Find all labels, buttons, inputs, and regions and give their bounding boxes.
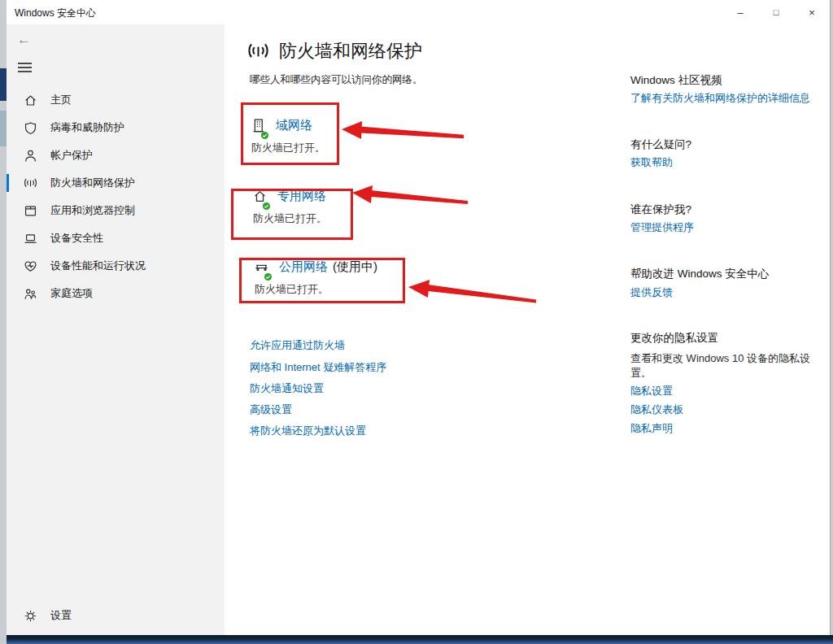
sidebar: ← 主页 病毒和威胁防护 帐户保护 防火墙和网络保护 应用和浏览器控制 (7, 24, 225, 635)
sidebar-item-label: 家庭选项 (50, 286, 93, 301)
aside-heading-who-protects-me: 谁在保护我? (630, 202, 691, 217)
link-allow-app-through-firewall[interactable]: 允许应用通过防火墙 (250, 338, 345, 353)
firewall-header-icon (247, 41, 269, 63)
minimize-icon: – (737, 7, 743, 19)
titlebar[interactable]: Windows 安全中心 – □ × (7, 0, 830, 24)
gear-icon (24, 609, 37, 623)
firewall-status-text: 防火墙已打开。 (253, 211, 331, 226)
heart-pulse-icon (24, 259, 37, 273)
link-learn-more-firewall[interactable]: 了解有关防火墙和网络保护的详细信息 (630, 91, 810, 106)
home-icon (24, 94, 37, 107)
hamburger-menu-button[interactable] (18, 63, 32, 72)
sidebar-item-account-protection[interactable]: 帐户保护 (7, 141, 225, 169)
sidebar-item-label: 应用和浏览器控制 (50, 203, 135, 218)
sidebar-item-device-security[interactable]: 设备安全性 (7, 224, 225, 252)
link-privacy-settings[interactable]: 隐私设置 (630, 384, 673, 398)
firewall-status-text: 防火墙已打开。 (251, 141, 325, 155)
close-icon: × (809, 7, 815, 19)
link-get-help[interactable]: 获取帮助 (630, 155, 673, 170)
sidebar-item-label: 设备安全性 (50, 231, 103, 246)
sidebar-item-home[interactable]: 主页 (7, 86, 225, 114)
window-title: Windows 安全中心 (15, 7, 96, 20)
sidebar-item-device-performance-health[interactable]: 设备性能和运行状况 (7, 252, 225, 280)
network-active-suffix: (使用中) (333, 259, 377, 275)
link-manage-providers[interactable]: 管理提供程序 (630, 220, 694, 235)
link-give-feedback[interactable]: 提供反馈 (630, 285, 673, 300)
aside-heading-privacy-settings: 更改你的隐私设置 (630, 331, 718, 346)
domain-network-section: 域网络 防火墙已打开。 (251, 118, 325, 155)
sidebar-item-label: 防火墙和网络保护 (50, 176, 135, 190)
firewall-status-text: 防火墙已打开。 (255, 282, 377, 297)
app-browser-icon (24, 204, 37, 218)
minimize-button[interactable]: – (722, 0, 758, 24)
maximize-icon: □ (774, 7, 779, 17)
private-network-section: 专用网络 防火墙已打开。 (252, 189, 331, 226)
person-icon (24, 149, 37, 163)
link-privacy-statement[interactable]: 隐私声明 (630, 421, 673, 436)
laptop-icon (24, 232, 37, 246)
check-badge-icon (264, 269, 272, 276)
firewall-icon (24, 176, 37, 190)
sidebar-item-label: 设备性能和运行状况 (50, 259, 146, 273)
sidebar-item-firewall-network-protection[interactable]: 防火墙和网络保护 (7, 169, 225, 197)
sidebar-item-app-browser-control[interactable]: 应用和浏览器控制 (7, 197, 225, 224)
page-header: 防火墙和网络保护 (247, 39, 422, 63)
link-privacy-dashboard[interactable]: 隐私仪表板 (630, 402, 683, 417)
link-restore-firewall-defaults[interactable]: 将防火墙还原为默认设置 (250, 424, 366, 438)
link-advanced-settings[interactable]: 高级设置 (250, 402, 292, 417)
aside-heading-help-improve: 帮助改进 Windows 安全中心 (630, 267, 769, 281)
public-network-link[interactable]: 公用网络 (279, 259, 328, 275)
privacy-settings-description: 查看和更改 Windows 10 设备的隐私设置。 (630, 351, 827, 381)
close-button[interactable]: × (794, 0, 830, 24)
desktop-icon-fragment (0, 68, 7, 101)
link-network-internet-troubleshooter[interactable]: 网络和 Internet 疑难解答程序 (250, 360, 386, 375)
maximize-button[interactable]: □ (758, 0, 794, 24)
link-firewall-notification-settings[interactable]: 防火墙通知设置 (250, 381, 324, 396)
windows-security-window: Windows 安全中心 – □ × ← 主页 病毒和威胁防护 帐户保护 (7, 0, 831, 635)
taskbar-strip (7, 635, 833, 644)
private-network-icon (252, 189, 268, 204)
screen: { "window": { "title": "Windows 安全中心", "… (0, 0, 833, 644)
sidebar-item-label: 帐户保护 (50, 148, 93, 163)
private-network-link[interactable]: 专用网络 (277, 189, 326, 204)
settings-label: 设置 (50, 608, 72, 623)
page-subtitle: 哪些人和哪些内容可以访问你的网络。 (250, 73, 423, 87)
public-network-section: 公用网络 (使用中) 防火墙已打开。 (254, 259, 377, 297)
back-button[interactable]: ← (17, 32, 31, 48)
aside-heading-community-videos: Windows 社区视频 (630, 73, 722, 88)
page-title: 防火墙和网络保护 (279, 39, 422, 63)
desktop-icon-fragment (0, 111, 7, 146)
shield-icon (24, 121, 37, 135)
back-arrow-icon: ← (17, 32, 31, 47)
sidebar-item-virus-threat-protection[interactable]: 病毒和威胁防护 (7, 114, 225, 141)
public-network-icon (254, 259, 269, 275)
sidebar-nav: 主页 病毒和威胁防护 帐户保护 防火墙和网络保护 应用和浏览器控制 设备安全性 (7, 86, 225, 307)
sidebar-item-family-options[interactable]: 家庭选项 (7, 280, 225, 307)
sidebar-item-settings[interactable]: 设置 (7, 602, 225, 629)
check-badge-icon (263, 198, 270, 206)
family-icon (24, 287, 37, 301)
domain-network-icon (251, 118, 266, 133)
sidebar-item-label: 主页 (50, 93, 72, 107)
check-badge-icon (261, 128, 268, 135)
sidebar-item-label: 病毒和威胁防护 (50, 120, 124, 135)
window-controls: – □ × (722, 0, 830, 24)
aside-heading-questions: 有什么疑问? (630, 137, 691, 152)
domain-network-link[interactable]: 域网络 (276, 118, 312, 133)
